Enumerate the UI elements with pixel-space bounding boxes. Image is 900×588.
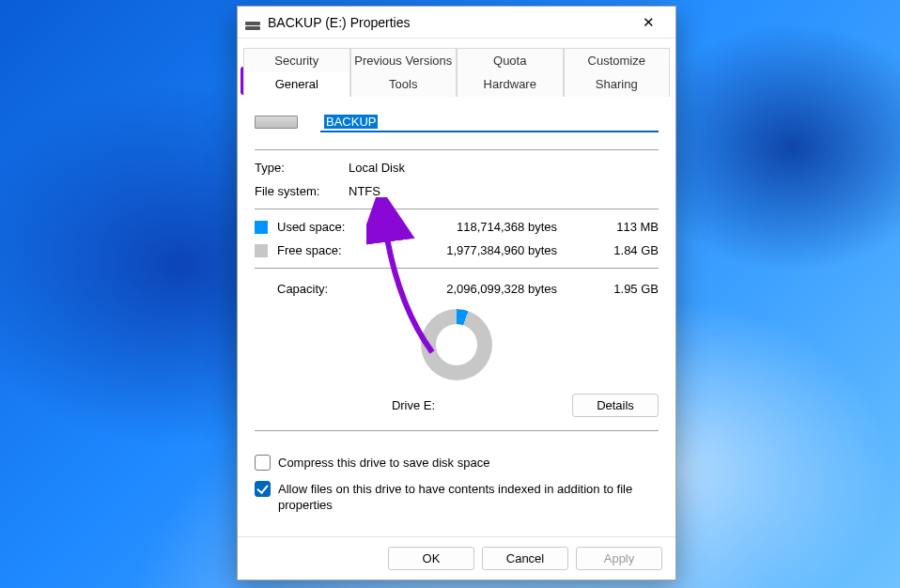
filesystem-value: NTFS	[349, 184, 659, 198]
index-checkbox[interactable]	[255, 481, 271, 497]
details-button[interactable]: Details	[572, 394, 659, 417]
tab-quota[interactable]: Quota	[457, 48, 564, 72]
tab-tools[interactable]: Tools	[350, 72, 458, 97]
dialog-footer: OK Cancel Apply	[238, 536, 675, 580]
compress-label[interactable]: Compress this drive to save disk space	[278, 455, 489, 472]
titlebar: BACKUP (E:) Properties ✕	[238, 7, 675, 39]
free-space-label: Free space:	[277, 243, 380, 257]
divider	[255, 430, 659, 431]
apply-button[interactable]: Apply	[576, 547, 662, 570]
drive-name-value: BACKUP	[324, 115, 378, 129]
used-space-bytes: 118,714,368 bytes	[380, 220, 595, 234]
type-value: Local Disk	[349, 161, 659, 175]
divider	[255, 149, 659, 150]
tab-strip: Security Previous Versions Quota Customi…	[238, 39, 675, 97]
usage-pie-chart	[421, 309, 492, 380]
free-space-bytes: 1,977,384,960 bytes	[380, 243, 595, 257]
cancel-button[interactable]: Cancel	[482, 547, 568, 570]
tab-previous-versions[interactable]: Previous Versions	[350, 48, 458, 72]
used-space-human: 113 MB	[595, 220, 659, 234]
free-space-swatch	[255, 244, 268, 257]
used-space-label: Used space:	[277, 220, 380, 234]
type-label: Type:	[255, 161, 349, 175]
tab-sharing[interactable]: Sharing	[564, 72, 671, 97]
tab-customize[interactable]: Customize	[564, 48, 671, 72]
divider	[255, 209, 659, 209]
capacity-label: Capacity:	[255, 282, 380, 296]
properties-dialog: BACKUP (E:) Properties ✕ Security Previo…	[237, 6, 676, 580]
filesystem-label: File system:	[255, 184, 349, 198]
tab-panel-general: BACKUP Type: Local Disk File system: NTF…	[238, 97, 675, 536]
used-space-swatch	[255, 221, 268, 234]
drive-large-icon	[255, 116, 298, 129]
ok-button[interactable]: OK	[388, 547, 474, 570]
divider	[255, 268, 659, 269]
drive-name-field[interactable]: BACKUP	[320, 112, 659, 132]
close-button[interactable]: ✕	[628, 7, 668, 38]
tab-hardware[interactable]: Hardware	[457, 72, 564, 97]
window-title: BACKUP (E:) Properties	[268, 15, 628, 30]
drive-letter-label: Drive E:	[255, 398, 572, 412]
compress-checkbox[interactable]	[255, 455, 271, 471]
capacity-human: 1.95 GB	[595, 282, 659, 296]
drive-icon	[245, 15, 260, 30]
capacity-bytes: 2,096,099,328 bytes	[380, 282, 595, 296]
free-space-human: 1.84 GB	[595, 243, 659, 257]
index-label[interactable]: Allow files on this drive to have conten…	[278, 481, 659, 514]
tab-general[interactable]: General	[243, 72, 350, 97]
tab-security[interactable]: Security	[243, 48, 350, 72]
